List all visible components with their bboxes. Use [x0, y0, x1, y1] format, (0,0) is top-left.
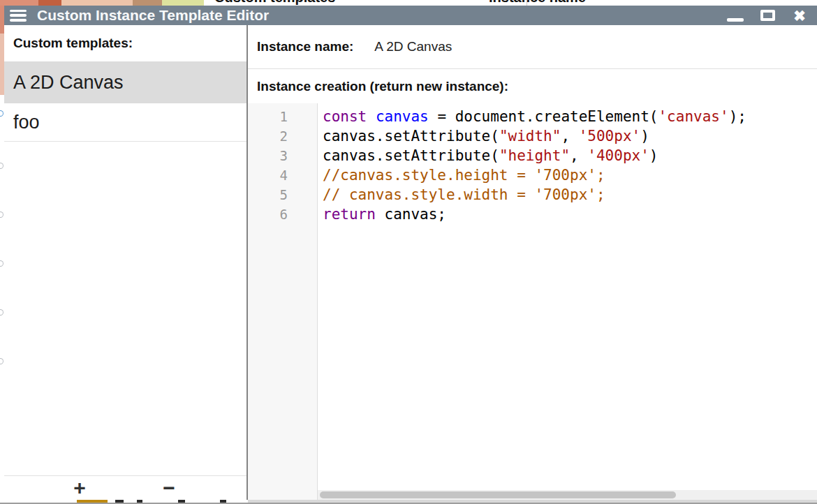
minimize-button[interactable]: [725, 6, 746, 24]
code-editor[interactable]: 123456 const canvas = document.createEle…: [248, 103, 817, 500]
code-area[interactable]: const canvas = document.createElement('c…: [318, 103, 817, 500]
code-line[interactable]: //canvas.style.height = '700px';: [318, 165, 817, 185]
code-token-keyword: return: [323, 206, 376, 223]
title-bar: Custom Instance Template Editor ✖: [4, 6, 817, 25]
background-color-block: [61, 0, 133, 6]
custom-instance-template-editor-dialog: Custom templates: A 2D Canvasfoo + − Ins…: [4, 25, 817, 500]
template-list: A 2D Canvasfoo: [4, 61, 246, 142]
line-number-gutter: 123456: [248, 103, 318, 500]
code-token-plain: ,: [561, 128, 578, 144]
background-icon-fragment: [0, 260, 3, 267]
background-icon-fragment: [0, 309, 3, 316]
line-number: 6: [248, 205, 317, 224]
background-icon-fragment: [0, 110, 3, 117]
horizontal-scrollbar[interactable]: [318, 490, 817, 500]
instance-name-value[interactable]: A 2D Canvas: [374, 39, 452, 54]
custom-templates-panel: Custom templates: A 2D Canvasfoo + −: [4, 25, 246, 500]
code-line[interactable]: canvas.setAttribute("width", '500px'): [318, 126, 817, 146]
code-token-plain: ): [649, 147, 658, 164]
template-list-footer: + −: [4, 475, 246, 500]
close-button[interactable]: ✖: [789, 6, 810, 24]
line-number: 5: [248, 185, 317, 205]
background-color-block: [0, 0, 38, 6]
code-token-comment: // canvas.style.width = '700px';: [323, 186, 605, 203]
maximize-button[interactable]: [757, 6, 778, 24]
code-token-string: "height": [499, 147, 570, 164]
line-number: 1: [248, 107, 317, 126]
code-token-string: '400px': [587, 147, 649, 164]
code-token-plain: canvas.setAttribute(: [323, 147, 499, 164]
line-number: 3: [248, 146, 317, 165]
template-list-item[interactable]: foo: [4, 103, 246, 142]
background-color-block: [133, 0, 162, 6]
instance-creation-label: Instance creation (return new instance):: [257, 79, 508, 94]
close-icon: ✖: [793, 8, 806, 23]
code-token-plain: canvas;: [376, 206, 446, 223]
maximize-icon: [760, 10, 775, 21]
template-list-empty-area: [4, 142, 246, 475]
background-icon-fragment: [0, 358, 3, 364]
background-color-block: [162, 0, 204, 6]
code-token-plain: );: [729, 108, 746, 125]
instance-creation-row: Instance creation (return new instance):: [248, 69, 817, 103]
line-number: 2: [248, 126, 317, 146]
background-text-fragment: Custom templates: [214, 0, 335, 6]
remove-template-button[interactable]: −: [156, 478, 182, 498]
code-token-plain: canvas.setAttribute(: [323, 128, 499, 144]
background-icon-fragment: [0, 212, 3, 218]
background-icon-fragment: [0, 163, 3, 169]
background-page-peek-bottom: [0, 500, 817, 504]
code-token-plain: = document.createElement(: [429, 108, 658, 125]
code-token-string: 'canvas': [658, 108, 728, 125]
code-line[interactable]: canvas.setAttribute("height", '400px'): [318, 146, 817, 165]
code-token-keyword: const: [323, 108, 367, 125]
code-token-string: "width": [499, 128, 561, 144]
code-token-comment: //canvas.style.height = '700px';: [323, 167, 605, 184]
background-page-peek-top: Custom templates Instance name: [0, 0, 817, 6]
line-number: 4: [248, 165, 317, 185]
minimize-icon: [727, 18, 744, 22]
code-token-plain: ,: [570, 147, 587, 164]
instance-name-row: Instance name: A 2D Canvas: [248, 25, 817, 69]
background-text-fragment: Instance name: [489, 0, 586, 6]
code-token-plain: ): [640, 128, 649, 144]
horizontal-scrollbar-thumb[interactable]: [320, 491, 676, 498]
instance-name-label: Instance name:: [257, 39, 353, 54]
template-list-item[interactable]: A 2D Canvas: [4, 61, 246, 103]
code-line[interactable]: // canvas.style.width = '700px';: [318, 185, 817, 205]
code-line[interactable]: return canvas;: [318, 205, 817, 224]
add-template-button[interactable]: +: [67, 478, 92, 498]
custom-templates-header: Custom templates:: [4, 25, 246, 61]
menu-icon[interactable]: [10, 10, 27, 22]
code-token-string: '500px': [579, 128, 641, 144]
window-title: Custom Instance Template Editor: [37, 7, 269, 24]
code-token-def: canvas: [376, 108, 429, 125]
instance-editor-panel: Instance name: A 2D Canvas Instance crea…: [248, 25, 817, 500]
background-color-block: [38, 0, 61, 6]
code-line[interactable]: const canvas = document.createElement('c…: [318, 107, 817, 126]
code-token-plain: [367, 108, 376, 125]
